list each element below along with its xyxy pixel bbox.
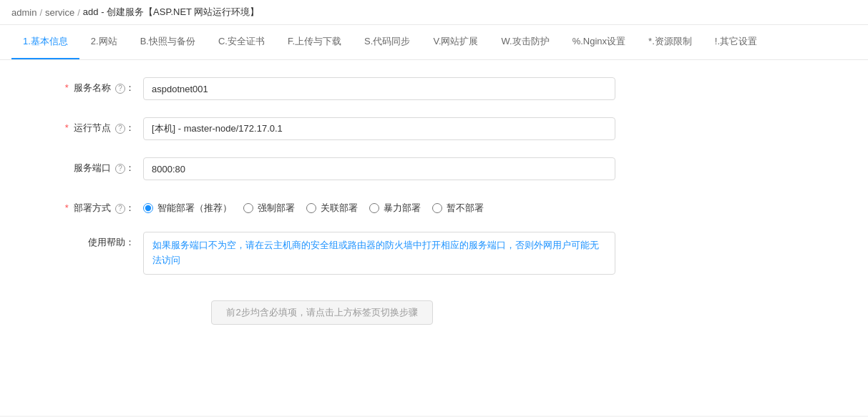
service-port-row: 服务端口 ?：	[0, 157, 644, 180]
service-port-control	[143, 157, 615, 180]
form: * 服务名称 ?： * 运行节点 ?： 服务端口 ?：	[0, 60, 644, 350]
service-name-help-icon[interactable]: ?	[115, 84, 125, 94]
radio-skip[interactable]: 暂不部署	[432, 202, 484, 215]
radio-smart-input[interactable]	[143, 203, 153, 213]
tab-code[interactable]: S.代码同步	[353, 25, 421, 59]
service-name-control	[143, 77, 615, 100]
required-mark-2: *	[65, 122, 69, 133]
help-text-box: 如果服务端口不为空，请在云主机商的安全组或路由器的防火墙中打开相应的服务端口，否…	[143, 232, 615, 275]
service-port-input[interactable]	[143, 157, 615, 180]
submit-button: 前2步均含必填项，请点击上方标签页切换步骤	[211, 300, 432, 325]
deploy-mode-help-icon[interactable]: ?	[115, 204, 125, 214]
deploy-mode-row: * 部署方式 ?： 智能部署（推荐） 强制部署 关联部署	[0, 197, 644, 215]
tab-basic[interactable]: 1.基本信息	[11, 25, 79, 59]
submit-row: 前2步均含必填项，请点击上方标签页切换步骤	[0, 292, 644, 333]
breadcrumb-current: add - 创建服务【ASP.NET 网站运行环境】	[83, 6, 260, 19]
deploy-mode-label: * 部署方式 ?：	[29, 197, 143, 215]
tab-cert[interactable]: C.安全证书	[207, 25, 276, 59]
radio-force-input[interactable]	[243, 203, 253, 213]
required-mark-3: *	[65, 202, 69, 213]
breadcrumb-service[interactable]: service	[45, 7, 74, 18]
service-name-label: * 服务名称 ?：	[29, 77, 143, 94]
run-node-label: * 运行节点 ?：	[29, 117, 143, 134]
radio-linked[interactable]: 关联部署	[306, 202, 358, 215]
tab-upload[interactable]: F.上传与下载	[276, 25, 353, 59]
tab-resource[interactable]: *.资源限制	[637, 25, 703, 59]
main-content: 1.基本信息 2.网站 B.快照与备份 C.安全证书 F.上传与下载 S.代码同…	[0, 25, 868, 416]
breadcrumb-sep-1: /	[39, 7, 42, 18]
breadcrumb-admin[interactable]: admin	[11, 7, 36, 18]
run-node-input[interactable]	[143, 117, 615, 140]
service-name-row: * 服务名称 ?：	[0, 77, 644, 100]
breadcrumb: admin / service / add - 创建服务【ASP.NET 网站运…	[0, 0, 868, 25]
tab-expand[interactable]: V.网站扩展	[421, 25, 489, 59]
run-node-control	[143, 117, 615, 140]
service-port-help-icon[interactable]: ?	[115, 164, 125, 174]
run-node-help-icon[interactable]: ?	[115, 124, 125, 134]
tab-other[interactable]: !.其它设置	[703, 25, 769, 59]
tab-website[interactable]: 2.网站	[79, 25, 129, 59]
help-control: 如果服务端口不为空，请在云主机商的安全组或路由器的防火墙中打开相应的服务端口，否…	[143, 232, 615, 275]
tab-nginx[interactable]: %.Nginx设置	[561, 25, 637, 59]
radio-smart[interactable]: 智能部署（推荐）	[143, 202, 232, 215]
tab-backup[interactable]: B.快照与备份	[129, 25, 207, 59]
run-node-row: * 运行节点 ?：	[0, 117, 644, 140]
service-port-label: 服务端口 ?：	[29, 157, 143, 175]
radio-skip-input[interactable]	[432, 203, 442, 213]
required-mark: *	[65, 82, 69, 93]
help-text-row: 使用帮助： 如果服务端口不为空，请在云主机商的安全组或路由器的防火墙中打开相应的…	[0, 232, 644, 275]
tab-protect[interactable]: W.攻击防护	[490, 25, 561, 59]
radio-brutal[interactable]: 暴力部署	[369, 202, 421, 215]
deploy-mode-radio-group: 智能部署（推荐） 强制部署 关联部署 暴力部署	[143, 197, 615, 215]
radio-linked-input[interactable]	[306, 203, 316, 213]
deploy-mode-control: 智能部署（推荐） 强制部署 关联部署 暴力部署	[143, 197, 615, 215]
tab-bar: 1.基本信息 2.网站 B.快照与备份 C.安全证书 F.上传与下载 S.代码同…	[0, 25, 868, 60]
breadcrumb-sep-2: /	[77, 7, 80, 18]
radio-brutal-input[interactable]	[369, 203, 379, 213]
help-label: 使用帮助：	[29, 232, 143, 249]
radio-force[interactable]: 强制部署	[243, 202, 295, 215]
service-name-input[interactable]	[143, 77, 615, 100]
